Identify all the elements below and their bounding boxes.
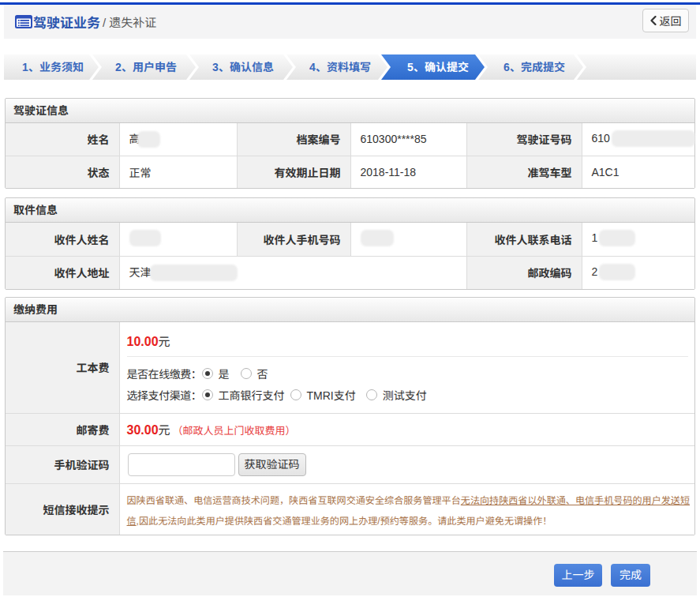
- svg-text:1、业务须知: 1、业务须知: [22, 61, 84, 73]
- svg-text:3、确认信息: 3、确认信息: [212, 61, 274, 73]
- svg-text:5、确认提交: 5、确认提交: [407, 61, 469, 73]
- svg-text:4、资料填写: 4、资料填写: [309, 61, 371, 73]
- svg-text:2、用户申告: 2、用户申告: [115, 61, 177, 73]
- svg-text:6、完成提交: 6、完成提交: [503, 61, 565, 73]
